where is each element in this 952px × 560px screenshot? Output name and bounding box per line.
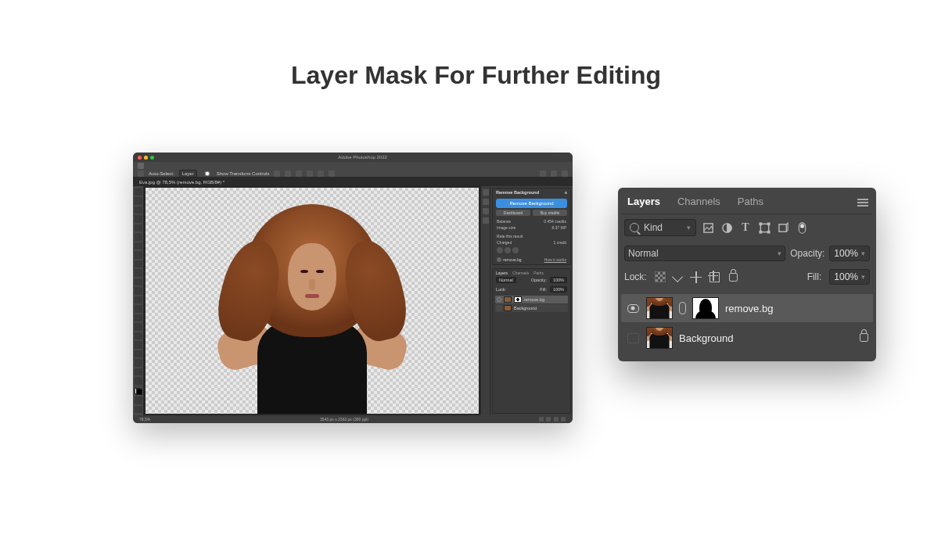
tab-layers[interactable]: Layers — [626, 192, 662, 214]
layer-row-remove-bg[interactable]: remove.bg — [621, 294, 873, 322]
trash-icon[interactable] — [561, 417, 566, 422]
new-layer-icon[interactable] — [554, 417, 559, 422]
zoom-level[interactable]: 78,5% — [139, 417, 150, 422]
layer-locked-icon[interactable] — [860, 332, 868, 344]
align-icon[interactable] — [274, 171, 280, 177]
dodge-tool-icon[interactable] — [135, 314, 142, 321]
shape-tool-icon[interactable] — [135, 350, 142, 357]
fx-icon[interactable] — [539, 417, 544, 422]
hand-tool-icon[interactable] — [135, 359, 142, 366]
tab-layers[interactable]: Layers — [496, 271, 508, 275]
align-icon[interactable] — [296, 171, 302, 177]
filter-shape-icon[interactable] — [757, 221, 771, 235]
panel-menu-icon[interactable]: ≡ — [565, 190, 567, 195]
adjustments-panel-icon[interactable] — [483, 217, 489, 224]
filter-type-icon[interactable]: T — [738, 221, 753, 235]
3d-mode-icon[interactable] — [540, 171, 546, 177]
edit-toolbar-icon[interactable] — [135, 377, 142, 384]
lock-transparency-icon[interactable] — [655, 271, 666, 282]
path-tool-icon[interactable] — [135, 341, 142, 348]
layer-name[interactable]: remove.bg — [725, 303, 773, 314]
history-brush-tool-icon[interactable] — [135, 278, 142, 285]
rate-good-icon[interactable] — [512, 247, 519, 253]
align-icon[interactable] — [307, 171, 313, 177]
maximize-window-icon[interactable] — [150, 156, 154, 160]
color-panel-icon[interactable] — [483, 189, 489, 196]
layer-thumbnail[interactable] — [504, 305, 512, 311]
workspace-icon[interactable] — [551, 171, 557, 177]
opacity-field[interactable]: 100% ▾ — [829, 246, 870, 261]
layer-filter-dropdown[interactable]: Kind ▾ — [624, 219, 696, 236]
stamp-tool-icon[interactable] — [135, 269, 142, 276]
healing-tool-icon[interactable] — [135, 251, 142, 258]
mask-icon[interactable] — [546, 417, 551, 422]
show-transform-checkbox[interactable] — [205, 171, 210, 176]
home-icon[interactable] — [138, 163, 144, 169]
visibility-icon[interactable] — [497, 306, 501, 311]
window-titlebar[interactable]: Adobe Photoshop 2022 — [133, 153, 573, 162]
brush-tool-icon[interactable] — [135, 260, 142, 267]
eraser-tool-icon[interactable] — [135, 287, 142, 294]
blur-tool-icon[interactable] — [135, 305, 142, 312]
close-window-icon[interactable] — [138, 156, 142, 160]
frame-tool-icon[interactable] — [135, 233, 142, 240]
remove-background-button[interactable]: Remove Background — [496, 199, 567, 208]
link-mask-icon[interactable] — [679, 302, 686, 314]
quick-mask-icon[interactable] — [135, 397, 142, 404]
type-tool-icon[interactable] — [135, 332, 142, 339]
options-bar[interactable]: Auto-Select: Layer Show Transform Contro… — [133, 170, 573, 178]
tools-panel[interactable] — [133, 186, 144, 415]
filter-pixel-icon[interactable] — [701, 221, 715, 235]
layer-thumbnail[interactable] — [646, 297, 673, 319]
gradient-tool-icon[interactable] — [135, 296, 142, 303]
distribute-icon[interactable] — [318, 171, 324, 177]
marquee-tool-icon[interactable] — [135, 197, 142, 204]
search-icon[interactable] — [562, 171, 568, 177]
lock-artboard-icon[interactable] — [708, 270, 722, 284]
tab-channels[interactable]: Channels — [512, 271, 529, 275]
rate-bad-icon[interactable] — [497, 247, 503, 253]
layer-visibility-toggle[interactable] — [626, 333, 640, 343]
traffic-lights[interactable] — [138, 156, 154, 160]
filter-toggle-icon[interactable] — [795, 221, 809, 235]
layer-thumbnail[interactable] — [646, 327, 673, 349]
libraries-panel-icon[interactable] — [483, 208, 489, 214]
visibility-icon[interactable] — [497, 297, 501, 302]
fill-field[interactable]: 100% — [550, 286, 567, 293]
tab-paths[interactable]: Paths — [736, 192, 765, 214]
panel-menu-icon[interactable] — [857, 197, 868, 209]
filter-smartobject-icon[interactable] — [776, 221, 790, 235]
lock-all-icon[interactable] — [727, 270, 741, 284]
layer-row-background[interactable]: Background — [495, 304, 568, 312]
collapsed-panels-strip[interactable] — [481, 186, 490, 415]
eyedropper-tool-icon[interactable] — [135, 242, 142, 249]
zoom-tool-icon[interactable] — [135, 368, 142, 375]
document-tab[interactable]: Eva.jpg @ 78,5% (remove.bg, RGB/8#) * — [133, 178, 573, 186]
tab-channels[interactable]: Channels — [676, 192, 722, 214]
align-icon[interactable] — [285, 171, 291, 177]
screen-mode-icon[interactable] — [135, 406, 142, 413]
canvas-area[interactable] — [144, 186, 480, 415]
fill-field[interactable]: 100% ▾ — [829, 269, 870, 285]
tab-paths[interactable]: Paths — [533, 271, 544, 275]
lasso-tool-icon[interactable] — [135, 206, 142, 214]
layer-mask-thumbnail[interactable] — [514, 296, 522, 303]
buy-credits-button[interactable]: Buy credits — [533, 210, 567, 216]
minimize-window-icon[interactable] — [144, 156, 148, 160]
lock-image-icon[interactable] — [670, 270, 684, 284]
layer-row-background[interactable]: Background — [621, 324, 873, 352]
dashboard-button[interactable]: Dashboard — [496, 210, 530, 216]
filter-adjustment-icon[interactable] — [720, 221, 734, 235]
foreground-background-colors[interactable] — [135, 388, 142, 395]
layer-row-remove-bg[interactable]: remove.bg — [495, 296, 568, 303]
blend-mode-dropdown[interactable]: Normal ▾ — [624, 246, 785, 261]
layer-name[interactable]: Background — [679, 332, 733, 344]
auto-select-dropdown[interactable]: Layer — [179, 170, 197, 178]
document-canvas[interactable] — [145, 188, 479, 414]
selection-tool-icon[interactable] — [135, 215, 142, 222]
rate-ok-icon[interactable] — [505, 247, 511, 253]
swatches-panel-icon[interactable] — [483, 199, 489, 205]
blend-mode-dropdown[interactable]: Normal — [496, 277, 516, 283]
crop-tool-icon[interactable] — [135, 224, 142, 232]
pen-tool-icon[interactable] — [135, 323, 142, 330]
